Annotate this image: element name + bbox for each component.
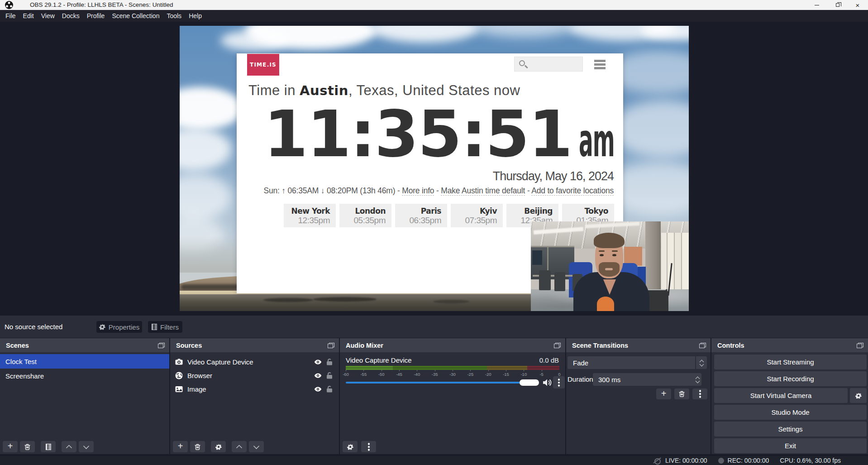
remove-scene-button[interactable] [20,441,35,452]
preview-canvas[interactable]: TIME.IS Time in Austin, Texas, United St… [180,26,689,311]
webcam-overlay [531,221,689,311]
search-input[interactable] [514,57,583,72]
menu-help[interactable]: Help [185,10,205,22]
source-up-button[interactable] [232,441,247,452]
remove-source-button[interactable] [190,441,205,452]
controls-header[interactable]: Controls [711,338,868,352]
volume-slider-handle[interactable] [520,379,539,386]
popout-icon[interactable] [857,343,863,348]
transitions-title: Scene Transitions [572,342,628,349]
mixer-header[interactable]: Audio Mixer [340,338,565,352]
menu-profile[interactable]: Profile [83,10,109,22]
city-london[interactable]: London05:35pm [339,204,391,227]
menu-scene-collection[interactable]: Scene Collection [108,10,163,22]
image-icon [175,385,183,393]
eye-icon[interactable] [314,385,322,393]
properties-label: Properties [109,323,139,331]
advanced-audio-button[interactable] [343,441,358,452]
studio-mode-button[interactable]: Studio Mode [714,405,867,420]
more-info-link[interactable]: More info [402,186,434,196]
properties-button[interactable]: Properties [96,321,142,333]
popout-icon[interactable] [554,343,561,348]
start-virtual-camera-button[interactable]: Start Virtual Camera [714,388,848,403]
person-eyebrow [599,250,605,252]
city-newyork[interactable]: New York12:35pm [284,204,336,227]
scene-down-button[interactable] [79,441,94,452]
source-properties-button[interactable] [211,441,226,452]
sources-header[interactable]: Sources [170,338,339,352]
desert-bushes [313,297,377,302]
virtual-camera-config-button[interactable] [850,388,867,403]
mixer-menu-button[interactable] [361,441,376,452]
scene-filters-button[interactable] [41,441,56,452]
scene-clock-test[interactable]: Clock Test [0,354,169,369]
scenes-header[interactable]: Scenes [0,338,169,352]
popout-icon[interactable] [328,343,334,348]
lock-icon[interactable] [326,358,333,365]
duration-spin-arrows[interactable] [696,373,700,386]
settings-button[interactable]: Settings [714,422,867,436]
add-scene-button[interactable]: + [3,441,18,452]
scene-up-button[interactable] [62,441,76,452]
filters-button[interactable]: Filters [148,321,182,333]
city-kyiv[interactable]: Kyiv07:35pm [451,204,503,227]
window-title: OBS 29.1.2 - Profile: LLHLS BETA - Scene… [30,1,173,8]
close-button[interactable]: × [847,0,868,10]
bright-windows [661,233,689,296]
hamburger-menu-icon[interactable] [594,60,606,69]
sources-footer: + [173,441,264,452]
rec-timer: REC: 00:00:00 [728,457,769,464]
make-default-link[interactable]: Make Austin time default [441,186,525,196]
popout-icon[interactable] [699,343,706,348]
source-down-button[interactable] [249,441,264,452]
office-chair [539,270,551,290]
restore-button[interactable] [827,0,848,10]
globe-icon [175,372,183,379]
lock-icon[interactable] [326,372,333,379]
duration-spinbox[interactable]: 300 ms [593,373,701,386]
person-hair [594,233,625,248]
lock-icon[interactable] [326,385,333,393]
obs-window: OBS 29.1.2 - Profile: LLHLS BETA - Scene… [0,0,868,465]
eye-icon[interactable] [314,358,322,366]
add-source-button[interactable]: + [173,441,188,452]
speaker-icon[interactable] [542,378,552,387]
desert-bushes [263,298,313,302]
mixer-channel-menu-button[interactable] [553,376,565,388]
volume-slider-track[interactable] [346,382,522,384]
cpu-fps-stats: CPU: 0.6%, 30.00 fps [780,457,841,464]
menu-edit[interactable]: Edit [19,10,38,22]
scene-screenshare[interactable]: Screenshare [0,369,169,383]
menu-docks[interactable]: Docks [58,10,83,22]
cloud [180,87,243,130]
source-image[interactable]: Image [170,382,339,396]
transitions-header[interactable]: Scene Transitions [566,338,711,352]
tv-screen [532,250,542,265]
eye-icon[interactable] [314,372,322,379]
transition-select-arrows[interactable] [695,356,707,369]
gear-icon [99,324,105,330]
start-recording-button[interactable]: Start Recording [714,371,867,386]
person-mouth [605,268,613,270]
timeis-logo[interactable]: TIME.IS [247,54,279,76]
source-browser[interactable]: Browser [170,369,339,382]
add-favorite-link[interactable]: Add to favorite locations [531,186,614,196]
transition-select[interactable]: Fade [568,356,707,369]
menu-tools[interactable]: Tools [163,10,185,22]
exit-button[interactable]: Exit [714,438,867,453]
menu-file[interactable]: File [2,10,19,22]
source-video-capture[interactable]: Video Capture Device [170,355,339,369]
minimize-button[interactable] [806,0,827,10]
remove-transition-button[interactable] [674,388,689,399]
controls-dock: Controls Start Streaming Start Recording… [711,338,868,454]
transition-properties-button[interactable] [692,388,707,399]
start-streaming-button[interactable]: Start Streaming [714,355,867,369]
cloud [220,30,288,51]
add-transition-button[interactable]: + [656,388,671,399]
desert-bushes [433,300,469,303]
scenes-title: Scenes [6,342,29,349]
popout-icon[interactable] [158,343,165,348]
city-paris[interactable]: Paris06:35pm [395,204,447,227]
am-pm: am [579,118,615,163]
menu-view[interactable]: View [38,10,58,22]
